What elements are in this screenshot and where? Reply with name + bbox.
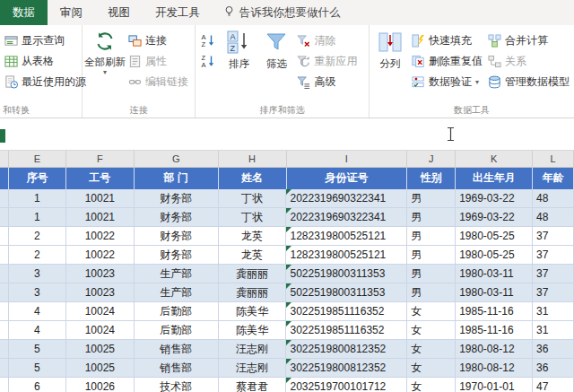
cell-id-number[interactable]: 2022319690322341 bbox=[286, 208, 407, 227]
header-id-number[interactable]: 身份证号 bbox=[287, 168, 408, 189]
cell-gender[interactable]: 男 bbox=[407, 283, 456, 302]
cell-partial[interactable] bbox=[0, 283, 9, 302]
cell-department[interactable]: 销售部 bbox=[135, 359, 219, 378]
cell-serial[interactable]: 3 bbox=[9, 283, 66, 302]
formula-bar[interactable] bbox=[0, 118, 574, 151]
cell-partial[interactable] bbox=[0, 378, 9, 392]
tab-view[interactable]: 视图 bbox=[95, 0, 143, 25]
cell-birth-date[interactable]: 1985-11-16 bbox=[456, 321, 533, 340]
cell-id-number[interactable]: 3022519800812352 bbox=[286, 340, 407, 359]
cell-name[interactable]: 汪志刚 bbox=[219, 340, 287, 359]
connections-button[interactable]: 连接 bbox=[126, 31, 191, 50]
consolidate-button[interactable]: 合并计算 bbox=[485, 31, 572, 50]
cell-serial[interactable]: 5 bbox=[9, 340, 66, 359]
text-to-columns-button[interactable]: 分列 bbox=[371, 25, 409, 105]
cell-age[interactable]: 36 bbox=[533, 359, 574, 378]
edit-links-button[interactable]: 编辑链接 bbox=[126, 73, 191, 91]
header-cell-partial[interactable] bbox=[0, 168, 9, 189]
cell-id-number[interactable]: 3022519851116352 bbox=[286, 302, 407, 321]
column-header-partial[interactable] bbox=[0, 151, 9, 168]
cell-id-number[interactable]: 3022519800812352 bbox=[286, 359, 407, 378]
cell-birth-date[interactable]: 1969-03-22 bbox=[456, 189, 533, 208]
cell-employee-id[interactable]: 10022 bbox=[66, 246, 135, 265]
from-table-button[interactable]: 从表格 bbox=[2, 52, 80, 71]
cell-employee-id[interactable]: 10024 bbox=[66, 302, 135, 321]
cell-age[interactable]: 47 bbox=[533, 378, 574, 392]
cell-employee-id[interactable]: 10021 bbox=[66, 189, 135, 208]
manage-data-model-button[interactable]: 管理数据模型 bbox=[485, 73, 572, 91]
cell-id-number[interactable]: 5022519800311353 bbox=[286, 265, 407, 283]
tab-data[interactable]: 数据 bbox=[0, 0, 48, 25]
column-header-E[interactable]: E bbox=[9, 151, 66, 168]
cell-partial[interactable] bbox=[0, 265, 9, 283]
column-header-G[interactable]: G bbox=[135, 151, 219, 168]
sort-descending-button[interactable]: ZA bbox=[199, 54, 217, 71]
cell-birth-date[interactable]: 1985-11-16 bbox=[456, 302, 533, 321]
cell-birth-date[interactable]: 1980-03-11 bbox=[456, 265, 533, 283]
cell-partial[interactable] bbox=[0, 302, 9, 321]
cell-serial[interactable]: 3 bbox=[9, 265, 66, 283]
reapply-filter-button[interactable]: 重新应用 bbox=[294, 52, 360, 71]
cell-gender[interactable]: 女 bbox=[407, 302, 456, 321]
cell-department[interactable]: 财务部 bbox=[135, 208, 219, 227]
remove-duplicates-button[interactable]: 删除重复值 bbox=[409, 52, 485, 71]
tab-developer[interactable]: 开发工具 bbox=[143, 0, 213, 25]
cell-id-number[interactable]: 2032519700101712 bbox=[286, 378, 407, 392]
cell-gender[interactable]: 男 bbox=[407, 227, 456, 246]
header-gender[interactable]: 性别 bbox=[407, 168, 456, 189]
cell-age[interactable]: 36 bbox=[533, 340, 574, 359]
cell-partial[interactable] bbox=[0, 321, 9, 340]
cell-employee-id[interactable]: 10025 bbox=[66, 340, 135, 359]
cell-department[interactable]: 财务部 bbox=[135, 227, 219, 246]
cell-id-number[interactable]: 2022319690322341 bbox=[286, 189, 407, 208]
cell-gender[interactable]: 女 bbox=[407, 340, 456, 359]
header-serial[interactable]: 序号 bbox=[9, 168, 66, 189]
column-header-F[interactable]: F bbox=[66, 151, 135, 168]
header-employee-id[interactable]: 工号 bbox=[66, 168, 135, 189]
cell-id-number[interactable]: 5022519800311353 bbox=[286, 283, 407, 302]
cell-name[interactable]: 丁状 bbox=[219, 189, 287, 208]
cell-partial[interactable] bbox=[0, 359, 9, 378]
cell-name[interactable]: 汪志刚 bbox=[219, 359, 287, 378]
column-header-J[interactable]: J bbox=[407, 151, 456, 168]
cell-name[interactable]: 龙英 bbox=[219, 246, 287, 265]
cell-gender[interactable]: 男 bbox=[407, 246, 456, 265]
cell-serial[interactable]: 6 bbox=[9, 378, 66, 392]
cell-serial[interactable]: 1 bbox=[9, 189, 66, 208]
sort-button[interactable]: AZ 排序 bbox=[219, 25, 258, 105]
cell-serial[interactable]: 2 bbox=[9, 246, 66, 265]
sort-ascending-button[interactable]: AZ bbox=[199, 33, 217, 50]
flash-fill-button[interactable]: 快速填充 bbox=[409, 31, 485, 50]
refresh-all-button[interactable]: 全部刷新 ▾ bbox=[84, 25, 126, 105]
cell-partial[interactable] bbox=[0, 208, 9, 227]
cell-birth-date[interactable]: 1980-08-12 bbox=[456, 359, 533, 378]
cell-gender[interactable]: 男 bbox=[407, 189, 456, 208]
cell-department[interactable]: 技术部 bbox=[135, 378, 219, 392]
cell-gender[interactable]: 女 bbox=[407, 359, 456, 378]
cell-department[interactable]: 后勤部 bbox=[135, 302, 219, 321]
cell-birth-date[interactable]: 1980-08-12 bbox=[456, 340, 533, 359]
cell-department[interactable]: 销售部 bbox=[135, 340, 219, 359]
cell-gender[interactable]: 男 bbox=[407, 265, 456, 283]
cell-id-number[interactable]: 1282319800525121 bbox=[286, 227, 407, 246]
cell-id-number[interactable]: 1282319800525121 bbox=[286, 246, 407, 265]
recent-sources-button[interactable]: 最近使用的源 bbox=[2, 73, 80, 91]
cell-age[interactable]: 37 bbox=[533, 246, 574, 265]
cell-gender[interactable]: 男 bbox=[407, 208, 456, 227]
cell-department[interactable]: 后勤部 bbox=[135, 321, 219, 340]
cell-partial[interactable] bbox=[0, 246, 9, 265]
cell-employee-id[interactable]: 10023 bbox=[66, 283, 135, 302]
clear-filter-button[interactable]: 清除 bbox=[294, 31, 360, 50]
column-header-L[interactable]: L bbox=[533, 151, 574, 168]
cell-name[interactable]: 龚丽丽 bbox=[219, 265, 287, 283]
data-validation-button[interactable]: 数据验证 ▾ bbox=[409, 73, 485, 91]
cell-birth-date[interactable]: 1969-03-22 bbox=[456, 208, 533, 227]
cell-department[interactable]: 生产部 bbox=[135, 265, 219, 283]
header-name[interactable]: 姓名 bbox=[219, 168, 287, 189]
filter-button[interactable]: 筛选 bbox=[258, 25, 294, 105]
cell-partial[interactable] bbox=[0, 340, 9, 359]
column-header-K[interactable]: K bbox=[456, 151, 533, 168]
cell-birth-date[interactable]: 1980-05-25 bbox=[456, 246, 533, 265]
cell-serial[interactable]: 1 bbox=[9, 208, 66, 227]
header-age[interactable]: 年龄 bbox=[533, 168, 574, 189]
